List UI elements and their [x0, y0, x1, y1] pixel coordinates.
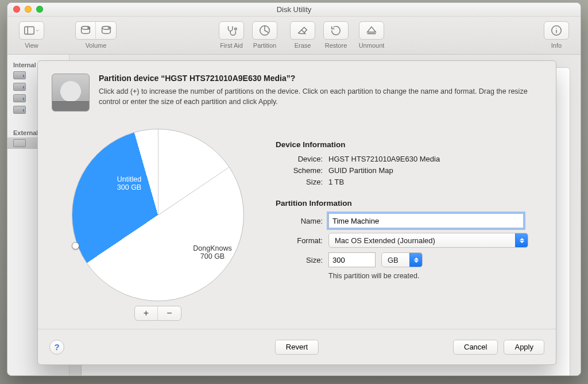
erase-button[interactable]: [290, 21, 315, 40]
sheet-body: Untitled 300 GB DongKnows 700 GB + − Dev…: [38, 116, 556, 321]
pie-icon: [258, 24, 271, 37]
cancel-button[interactable]: Cancel: [453, 340, 498, 355]
partition-add-remove: + −: [134, 306, 181, 321]
first-aid-label: First Aid: [218, 42, 245, 49]
info-button[interactable]: [544, 21, 569, 40]
total-size-value: 1 TB: [328, 178, 344, 186]
size-unit-select[interactable]: GB: [381, 252, 423, 267]
partition-sheet: Partition device “HGST HTS721010A9E630 M…: [37, 60, 556, 365]
sidebar-layout-icon: [23, 24, 36, 37]
restore-label: Restore: [322, 42, 350, 49]
sheet-footer: ? Revert Cancel Apply: [38, 329, 556, 364]
unmount-label: Unmount: [358, 42, 385, 49]
name-label: Name:: [276, 217, 323, 225]
scheme-value: GUID Partition Map: [328, 166, 393, 175]
volume-add-button[interactable]: [76, 22, 96, 39]
remove-partition-button[interactable]: −: [158, 306, 181, 320]
psize-label: Size:: [276, 256, 323, 264]
titlebar: Disk Utility: [7, 3, 581, 17]
device-info-header: Device Information: [276, 140, 542, 149]
restore-arrow-icon: [330, 24, 342, 37]
svg-rect-10: [368, 33, 376, 34]
help-button[interactable]: ?: [49, 340, 64, 355]
partition-pie[interactable]: Untitled 300 GB DongKnows 700 GB: [72, 129, 244, 301]
partition-pie-wrap: Untitled 300 GB DongKnows 700 GB + −: [52, 121, 264, 321]
volume-segmented: [75, 21, 117, 40]
volume-plus-icon: [79, 24, 92, 37]
pie-slice-label-selected: Untitled 300 GB: [98, 175, 161, 191]
chevron-down-icon: [34, 24, 40, 37]
drive-icon: [52, 74, 90, 112]
eject-icon: [365, 24, 378, 37]
info-label: Info: [543, 42, 570, 49]
svg-marker-9: [368, 27, 376, 32]
sheet-title: Partition device “HGST HTS721010A9E630 M…: [99, 74, 542, 83]
hdd-icon: [13, 71, 26, 79]
partition-size-input[interactable]: [328, 252, 376, 267]
size-unit-value: GB: [388, 256, 399, 264]
format-label: Format:: [276, 236, 323, 245]
device-label: Device:: [276, 155, 323, 163]
view-button[interactable]: [19, 21, 44, 40]
revert-button[interactable]: Revert: [275, 340, 319, 355]
svg-rect-0: [25, 27, 34, 34]
stepper-arrows-icon: [409, 253, 422, 267]
apply-button[interactable]: Apply: [504, 340, 544, 355]
total-size-label: Size:: [276, 178, 323, 186]
view-label: View: [18, 42, 45, 49]
svg-point-13: [556, 28, 556, 29]
eraser-icon: [296, 24, 309, 37]
pie-slice-label-other: DongKnows 700 GB: [178, 244, 247, 260]
hdd-icon: [13, 106, 26, 114]
stepper-arrows-icon: [515, 233, 528, 247]
format-select[interactable]: Mac OS Extended (Journaled): [328, 233, 528, 248]
disk-utility-window: Disk Utility View Volume First Aid Parti…: [7, 2, 581, 376]
scheme-label: Scheme:: [276, 166, 323, 175]
partition-name-input[interactable]: [328, 213, 524, 228]
first-aid-button[interactable]: [219, 21, 244, 40]
info-icon: [550, 24, 563, 37]
sheet-description: Click add (+) to increase the number of …: [99, 86, 542, 107]
erase-label: Erase: [289, 42, 316, 49]
hdd-icon: [13, 94, 26, 102]
unmount-button[interactable]: [359, 21, 384, 40]
external-drive-icon: [13, 139, 26, 147]
volume-minus-icon: [100, 24, 113, 37]
partition-button[interactable]: [252, 21, 277, 40]
volume-remove-button[interactable]: [96, 22, 116, 39]
format-value: Mac OS Extended (Journaled): [335, 236, 435, 245]
sheet-header: Partition device “HGST HTS721010A9E630 M…: [38, 61, 556, 116]
device-value: HGST HTS721010A9E630 Media: [328, 155, 440, 163]
partition-hint: This partition will be created.: [328, 272, 542, 280]
restore-button[interactable]: [323, 21, 349, 40]
svg-point-7: [235, 28, 237, 30]
add-partition-button[interactable]: +: [135, 306, 158, 320]
hdd-icon: [13, 83, 26, 91]
partition-info-header: Partition Information: [276, 199, 542, 208]
stethoscope-icon: [225, 24, 238, 37]
info-column: Device Information Device:HGST HTS721010…: [276, 121, 542, 321]
partition-label: Partition: [251, 42, 278, 49]
toolbar: View Volume First Aid Partition Erase Re…: [7, 17, 581, 55]
resize-handle[interactable]: [72, 242, 79, 249]
window-title: Disk Utility: [7, 5, 581, 14]
volume-label: Volume: [75, 42, 117, 49]
